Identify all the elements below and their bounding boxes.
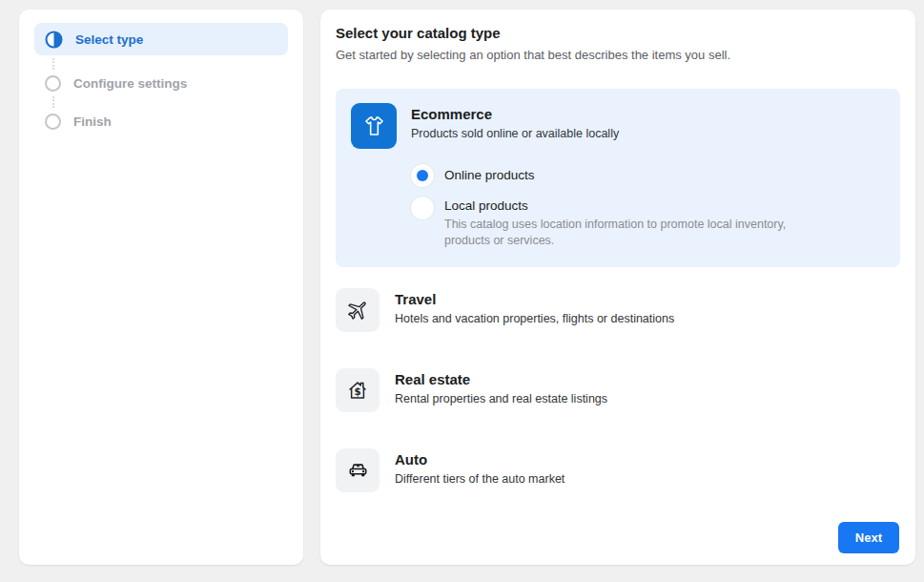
option-desc-ecommerce: Products sold online or available locall…: [411, 127, 619, 140]
svg-text:$: $: [354, 385, 360, 397]
option-card-auto[interactable]: Auto Different tiers of the auto market: [336, 448, 900, 492]
stepper-connector: [52, 58, 288, 70]
option-title-travel: Travel: [395, 288, 674, 307]
ecommerce-tile: [351, 103, 397, 149]
empty-circle-icon: [45, 75, 61, 92]
empty-circle-icon: [45, 114, 61, 130]
page-title: Select your catalog type: [336, 25, 900, 41]
stepper-step-select-type[interactable]: Select type: [34, 23, 288, 55]
step-label-select-type: Select type: [75, 32, 143, 47]
car-icon: [345, 458, 371, 484]
auto-tile: [336, 448, 380, 492]
page-subtitle: Get started by selecting an option that …: [336, 48, 900, 62]
option-desc-travel: Hotels and vacation properties, flights …: [395, 312, 674, 325]
radio-label-local-products: Local products: [444, 195, 528, 213]
radio-row-online-products[interactable]: Online products: [411, 164, 885, 187]
half-filled-circle-icon: [45, 31, 63, 49]
option-desc-real-estate: Rental properties and real estate listin…: [395, 392, 607, 405]
radio-desc-local-products: This catalog uses location information t…: [444, 217, 828, 248]
option-card-travel[interactable]: Travel Hotels and vacation properties, f…: [336, 288, 900, 332]
radio-label-online-products: Online products: [444, 164, 535, 182]
stepper-step-finish: Finish: [34, 111, 288, 132]
radio-row-local-products[interactable]: Local products This catalog uses locatio…: [411, 197, 885, 248]
next-button[interactable]: Next: [838, 522, 899, 553]
airplane-icon: [345, 298, 370, 322]
step-label-finish: Finish: [73, 114, 112, 129]
stepper-connector: [52, 96, 288, 108]
option-title-real-estate: Real estate: [395, 368, 607, 387]
catalog-type-panel: Select your catalog type Get started by …: [320, 10, 915, 565]
step-label-configure-settings: Configure settings: [73, 76, 187, 91]
real-estate-tile: $: [336, 368, 380, 412]
option-desc-auto: Different tiers of the auto market: [395, 472, 565, 486]
stepper-step-configure-settings: Configure settings: [34, 73, 288, 94]
radio-local-products[interactable]: [411, 197, 434, 219]
travel-tile: [336, 288, 380, 332]
wizard-stepper-panel: Select type Configure settings Finish: [19, 10, 303, 565]
option-card-real-estate[interactable]: $ Real estate Rental properties and real…: [336, 368, 900, 412]
tshirt-icon: [361, 114, 387, 139]
option-card-ecommerce[interactable]: Ecommerce Products sold online or availa…: [336, 89, 900, 267]
house-dollar-icon: $: [345, 378, 370, 403]
radio-online-products[interactable]: [411, 164, 434, 187]
option-title-ecommerce: Ecommerce: [411, 103, 619, 122]
option-title-auto: Auto: [395, 448, 565, 468]
